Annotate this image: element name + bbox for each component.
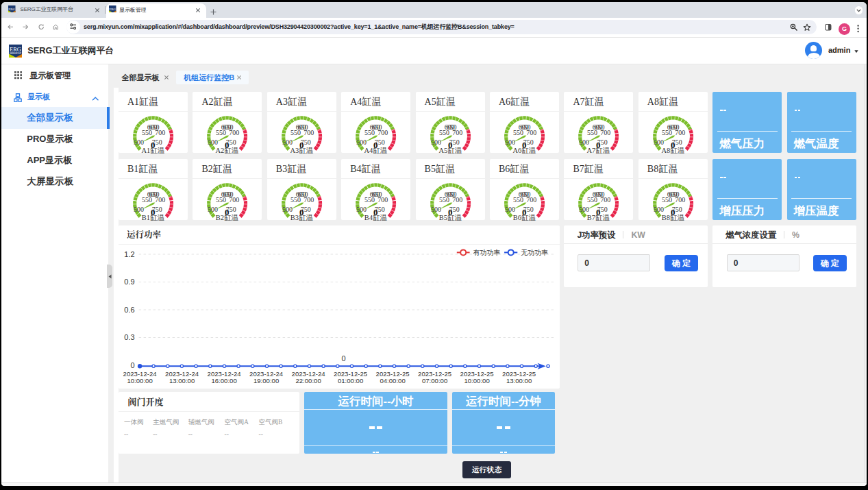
- svg-text:500: 500: [430, 138, 441, 145]
- svg-text:550: 550: [364, 128, 375, 136]
- svg-text:B2缸温: B2缸温: [216, 214, 239, 221]
- svg-text:10:00:00: 10:00:00: [464, 377, 490, 384]
- svg-text:700: 700: [675, 195, 685, 203]
- svg-text:0: 0: [342, 354, 346, 363]
- svg-text:550: 550: [142, 195, 152, 203]
- svg-text:500: 500: [356, 138, 367, 145]
- svg-text:550: 550: [216, 128, 226, 136]
- svg-text:B8缸温: B8缸温: [661, 214, 684, 221]
- svg-text:2023-12-25: 2023-12-25: [502, 370, 536, 378]
- svg-text:550: 550: [142, 128, 152, 136]
- svg-text:B3缸温: B3缸温: [290, 214, 313, 221]
- svg-text:2023-12-24: 2023-12-24: [292, 370, 326, 378]
- svg-text:A4缸温: A4缸温: [364, 147, 388, 154]
- svg-text:550: 550: [290, 195, 301, 203]
- svg-text:10:00:00: 10:00:00: [127, 377, 153, 384]
- svg-text:500: 500: [134, 138, 144, 145]
- svg-text:700: 700: [526, 128, 536, 136]
- svg-text:0.9: 0.9: [125, 278, 135, 286]
- svg-text:700: 700: [303, 128, 314, 136]
- svg-text:B6缸温: B6缸温: [513, 214, 536, 221]
- svg-text:2023-12-24: 2023-12-24: [123, 370, 158, 378]
- svg-text:16:00:00: 16:00:00: [212, 377, 237, 384]
- svg-text:550: 550: [513, 128, 523, 136]
- svg-text:550: 550: [662, 195, 672, 203]
- svg-text:550: 550: [438, 195, 449, 203]
- svg-text:0: 0: [131, 362, 135, 370]
- svg-text:A8缸温: A8缸温: [661, 147, 684, 154]
- svg-text:2023-12-24: 2023-12-24: [208, 370, 242, 378]
- svg-text:有功功率: 有功功率: [473, 249, 501, 256]
- svg-text:700: 700: [230, 195, 240, 203]
- svg-text:2023-12-25: 2023-12-25: [334, 370, 367, 378]
- svg-text:A2缸温: A2缸温: [216, 147, 239, 154]
- svg-text:01:00:00: 01:00:00: [338, 377, 363, 384]
- svg-text:04:00:00: 04:00:00: [380, 377, 406, 384]
- svg-text:500: 500: [654, 205, 664, 212]
- svg-text:500: 500: [208, 205, 218, 212]
- svg-text:700: 700: [303, 195, 314, 203]
- svg-text:550: 550: [513, 195, 523, 203]
- svg-text:B1缸温: B1缸温: [142, 214, 165, 221]
- svg-text:550: 550: [290, 128, 301, 136]
- svg-text:A3缸温: A3缸温: [290, 147, 313, 154]
- svg-text:500: 500: [505, 138, 515, 145]
- svg-text:700: 700: [452, 128, 462, 136]
- svg-text:A6缸温: A6缸温: [512, 147, 536, 154]
- svg-text:500: 500: [430, 205, 441, 212]
- svg-text:700: 700: [377, 128, 388, 136]
- svg-text:1.2: 1.2: [125, 250, 135, 258]
- svg-text:500: 500: [134, 205, 144, 212]
- svg-text:700: 700: [377, 195, 388, 203]
- svg-text:700: 700: [155, 195, 165, 203]
- svg-text:550: 550: [587, 195, 597, 203]
- svg-text:550: 550: [364, 195, 375, 203]
- svg-text:A5缸温: A5缸温: [438, 147, 462, 154]
- svg-text:2023-12-24: 2023-12-24: [249, 370, 284, 378]
- svg-text:500: 500: [356, 205, 367, 212]
- svg-text:550: 550: [438, 128, 449, 136]
- svg-text:19:00:00: 19:00:00: [253, 377, 279, 384]
- svg-text:700: 700: [526, 195, 536, 203]
- svg-text:700: 700: [601, 128, 611, 136]
- svg-text:500: 500: [654, 138, 664, 145]
- svg-text:700: 700: [452, 195, 462, 203]
- svg-text:0.6: 0.6: [125, 306, 135, 314]
- svg-text:550: 550: [216, 195, 226, 203]
- svg-text:2023-12-25: 2023-12-25: [376, 370, 410, 378]
- svg-text:13:00:00: 13:00:00: [169, 377, 195, 384]
- svg-text:700: 700: [675, 128, 685, 136]
- svg-text:无功功率: 无功功率: [521, 249, 549, 256]
- svg-text:700: 700: [230, 128, 240, 136]
- svg-text:A1缸温: A1缸温: [141, 147, 164, 154]
- svg-text:2023-12-25: 2023-12-25: [460, 370, 494, 378]
- svg-text:2023-12-24: 2023-12-24: [165, 370, 199, 378]
- svg-text:500: 500: [579, 205, 589, 212]
- svg-text:22:00:00: 22:00:00: [296, 377, 321, 384]
- svg-text:500: 500: [505, 205, 515, 212]
- svg-text:550: 550: [587, 128, 597, 136]
- svg-text:07:00:00: 07:00:00: [422, 377, 447, 384]
- svg-text:500: 500: [579, 138, 589, 145]
- svg-text:700: 700: [155, 128, 165, 136]
- svg-text:13:00:00: 13:00:00: [506, 377, 532, 384]
- svg-text:0.3: 0.3: [125, 334, 135, 342]
- svg-text:700: 700: [601, 195, 611, 203]
- svg-text:B7缸温: B7缸温: [587, 214, 610, 221]
- svg-text:500: 500: [282, 138, 293, 145]
- svg-text:B5缸温: B5缸温: [438, 214, 462, 221]
- svg-text:A7缸温: A7缸温: [587, 147, 610, 154]
- svg-text:550: 550: [662, 128, 672, 136]
- svg-text:500: 500: [208, 138, 218, 145]
- svg-text:500: 500: [282, 205, 293, 212]
- svg-text:2023-12-25: 2023-12-25: [418, 370, 451, 378]
- svg-text:B4缸温: B4缸温: [364, 214, 388, 221]
